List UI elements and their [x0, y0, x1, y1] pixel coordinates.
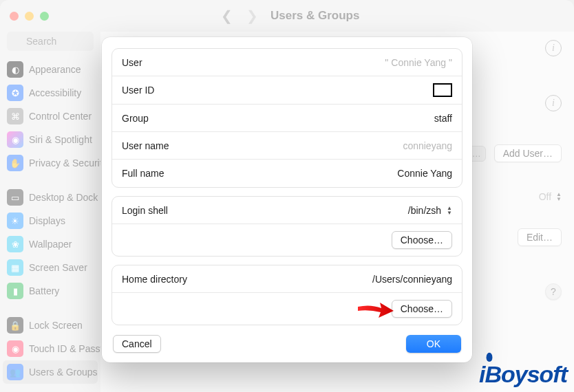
full-name-value[interactable]: Connie Yang: [397, 168, 452, 179]
row-user-name: User name connieyang: [112, 132, 462, 160]
row-group: Group staff: [112, 105, 462, 132]
row-login-shell-choose: Choose…: [112, 224, 462, 256]
cancel-button[interactable]: Cancel: [113, 335, 161, 353]
row-user-id: User ID: [112, 76, 462, 105]
settings-window: ❮ ❯ Users & Groups ◐Appearance ✪Accessib…: [0, 0, 574, 392]
choose-home-dir-button[interactable]: Choose…: [392, 300, 452, 318]
row-login-shell: Login shell /bin/zsh ▲▼: [112, 197, 462, 224]
row-full-name: Full name Connie Yang: [112, 160, 462, 187]
home-dir-label: Home directory: [122, 274, 187, 285]
login-shell-panel: Login shell /bin/zsh ▲▼ Choose…: [111, 196, 463, 257]
user-value: Connie Yang: [385, 57, 452, 68]
row-home-dir: Home directory /Users/connieyang: [112, 265, 462, 293]
ok-button[interactable]: OK: [406, 335, 461, 353]
user-id-label: User ID: [122, 85, 154, 96]
user-info-panel: User Connie Yang User ID Group staff Use…: [111, 48, 463, 188]
row-home-dir-choose: Choose…: [112, 293, 462, 325]
user-id-field[interactable]: [433, 83, 452, 97]
user-name-value: connieyang: [403, 140, 452, 151]
chevron-updown-icon: ▲▼: [447, 206, 452, 215]
home-dir-value: /Users/connieyang: [372, 274, 452, 285]
modal-overlay: User Connie Yang User ID Group staff Use…: [0, 0, 574, 392]
group-value: staff: [434, 113, 452, 124]
choose-shell-button[interactable]: Choose…: [392, 231, 452, 249]
home-dir-panel: Home directory /Users/connieyang Choose…: [111, 265, 463, 325]
sheet-footer: Cancel OK: [111, 335, 463, 353]
login-shell-select[interactable]: /bin/zsh ▲▼: [408, 205, 452, 216]
advanced-user-sheet: User Connie Yang User ID Group staff Use…: [102, 37, 472, 362]
full-name-label: Full name: [122, 168, 164, 179]
user-label: User: [122, 57, 142, 68]
user-name-label: User name: [122, 140, 169, 151]
row-user: User Connie Yang: [112, 49, 462, 76]
group-label: Group: [122, 113, 149, 124]
login-shell-label: Login shell: [122, 205, 168, 216]
